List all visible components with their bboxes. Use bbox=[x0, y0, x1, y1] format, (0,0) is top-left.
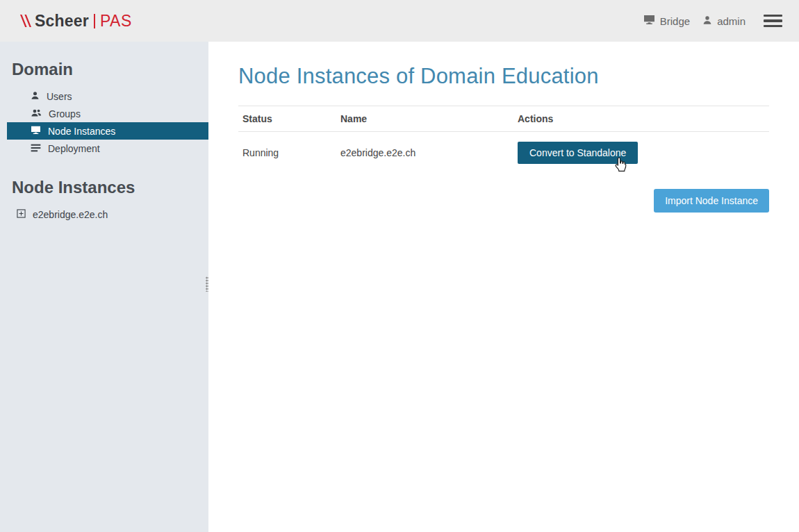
table-row: Running e2ebridge.e2e.ch Convert to Stan… bbox=[238, 132, 769, 174]
tree-item-label: e2ebridge.e2e.ch bbox=[33, 209, 108, 220]
header: Scheer PAS Bridge admin bbox=[0, 0, 799, 42]
user-icon bbox=[702, 15, 712, 27]
user-menu[interactable]: admin bbox=[702, 15, 746, 27]
sidebar-item-deployment[interactable]: Deployment bbox=[0, 140, 208, 157]
expand-square-icon[interactable] bbox=[17, 209, 26, 220]
actions-cell: Convert to Standalone bbox=[513, 132, 769, 174]
sidebar-item-node-instances[interactable]: Node Instances bbox=[7, 122, 208, 140]
node-instances-table: Status Name Actions Running e2ebridge.e2… bbox=[238, 106, 769, 174]
status-cell: Running bbox=[238, 132, 336, 174]
hamburger-menu-icon[interactable] bbox=[764, 12, 782, 31]
sidebar-section-node-instances-title: Node Instances bbox=[0, 178, 208, 197]
column-header-name: Name bbox=[336, 106, 513, 132]
sidebar-item-label: Node Instances bbox=[48, 126, 115, 137]
users-icon bbox=[31, 108, 42, 119]
main-content: Node Instances of Domain Education Statu… bbox=[208, 42, 799, 532]
bridge-label: Bridge bbox=[660, 15, 690, 27]
monitor-icon bbox=[31, 126, 41, 137]
scheer-pas-logo[interactable]: Scheer PAS bbox=[19, 12, 132, 31]
scheer-logo-mark-icon bbox=[19, 13, 31, 29]
table-header-row: Status Name Actions bbox=[238, 106, 769, 132]
user-icon bbox=[31, 91, 40, 102]
name-cell: e2ebridge.e2e.ch bbox=[336, 132, 513, 174]
logo-divider bbox=[94, 14, 95, 28]
sidebar: Domain Users bbox=[0, 42, 208, 532]
sidebar-section-domain-title: Domain bbox=[0, 60, 208, 79]
page-title: Node Instances of Domain Education bbox=[238, 64, 769, 89]
sidebar-item-groups[interactable]: Groups bbox=[0, 105, 208, 122]
node-instances-tree: e2ebridge.e2e.ch bbox=[0, 206, 208, 223]
product-text: PAS bbox=[100, 12, 132, 31]
username-label: admin bbox=[717, 15, 746, 27]
sidebar-item-label: Groups bbox=[49, 108, 81, 119]
column-header-status: Status bbox=[238, 106, 336, 132]
sidebar-item-users[interactable]: Users bbox=[0, 88, 208, 105]
list-icon bbox=[31, 143, 41, 154]
monitor-icon bbox=[643, 15, 655, 27]
tree-item-e2ebridge[interactable]: e2ebridge.e2e.ch bbox=[0, 206, 208, 223]
domain-menu: Users Groups bbox=[0, 88, 208, 157]
column-header-actions: Actions bbox=[513, 106, 769, 132]
convert-to-standalone-button[interactable]: Convert to Standalone bbox=[518, 142, 638, 164]
bridge-link[interactable]: Bridge bbox=[643, 15, 690, 27]
brand-text: Scheer bbox=[35, 12, 89, 31]
sidebar-item-label: Deployment bbox=[48, 143, 100, 154]
import-node-instance-button[interactable]: Import Node Instance bbox=[654, 189, 769, 213]
sidebar-item-label: Users bbox=[47, 91, 72, 102]
